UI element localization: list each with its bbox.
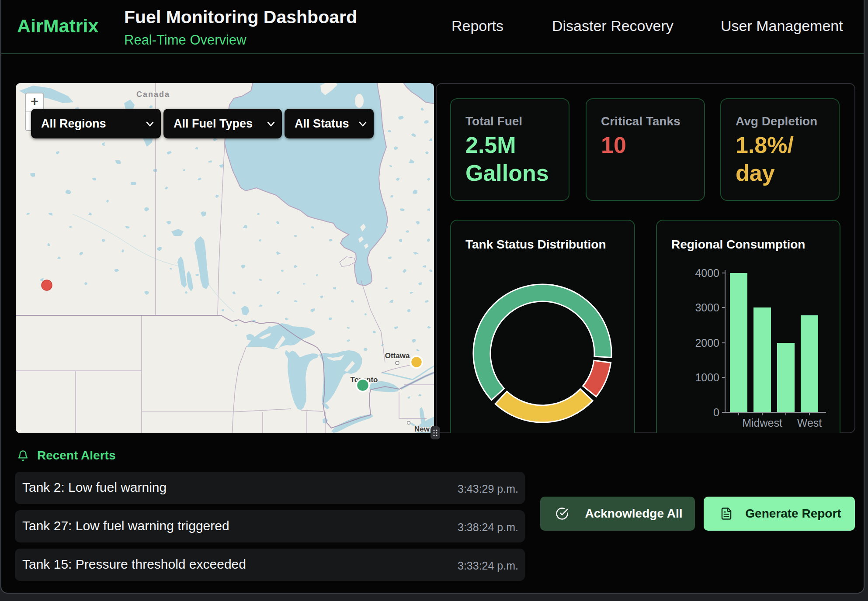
svg-text:Canada: Canada — [136, 90, 170, 99]
svg-text:2000: 2000 — [695, 337, 719, 349]
svg-text:0: 0 — [713, 406, 719, 418]
svg-text:Midwest: Midwest — [742, 417, 782, 429]
svg-text:4000: 4000 — [695, 267, 719, 279]
svg-text:3000: 3000 — [695, 301, 719, 314]
svg-text:Ottawa: Ottawa — [385, 352, 410, 360]
svg-text:West: West — [797, 417, 822, 429]
svg-text:1000: 1000 — [695, 371, 719, 383]
